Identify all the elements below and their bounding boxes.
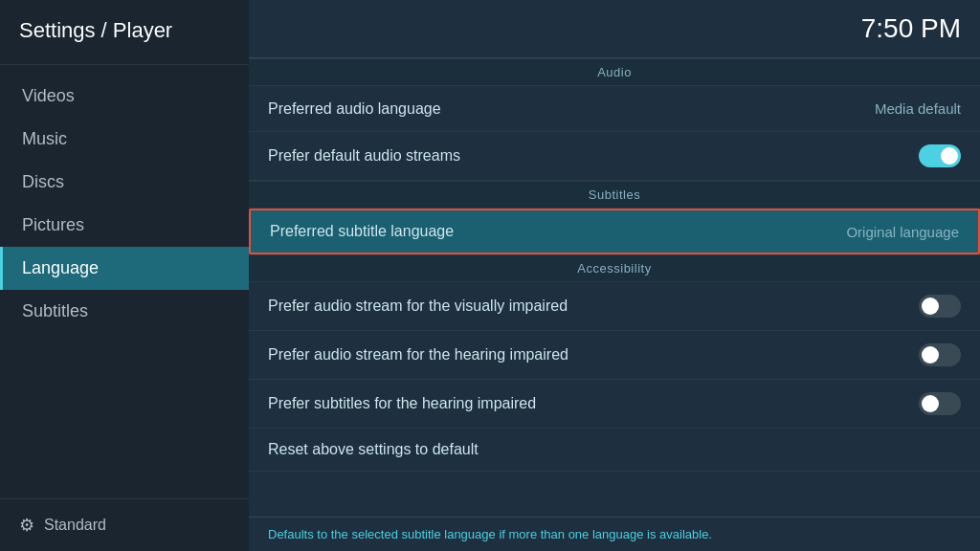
setting-row-prefer-subtitles-hearing-impaired[interactable]: Prefer subtitles for the hearing impaire… [249,380,980,429]
sidebar-item-discs[interactable]: Discs [0,161,249,204]
setting-row-preferred-subtitle-language[interactable]: Preferred subtitle language Original lan… [249,209,980,254]
standard-label: Standard [44,517,106,534]
sidebar-item-label: Discs [22,172,64,192]
sidebar-item-pictures[interactable]: Pictures [0,204,249,247]
prefer-default-audio-streams-label: Prefer default audio streams [268,147,460,165]
sidebar-item-subtitles[interactable]: Subtitles [0,290,249,333]
preferred-audio-language-value: Media default [875,100,961,117]
toggle-knob [922,395,939,412]
accessibility-section-header: Accessibility [249,254,980,282]
main-content: 7:50 PM Audio Preferred audio language M… [249,0,980,551]
setting-row-prefer-default-audio-streams[interactable]: Prefer default audio streams [249,132,980,181]
settings-list: Audio Preferred audio language Media def… [249,58,980,517]
sidebar-item-music[interactable]: Music [0,118,249,161]
prefer-default-audio-streams-toggle[interactable] [919,144,961,167]
reset-settings-label: Reset above settings to default [268,441,479,457]
sidebar-title: Settings / Player [19,17,230,45]
sidebar-item-label: Language [22,258,99,278]
prefer-subtitles-hearing-impaired-toggle[interactable] [919,392,961,415]
clock-display: 7:50 PM [861,13,961,44]
sidebar-item-videos[interactable]: Videos [0,75,249,118]
prefer-audio-stream-hearing-impaired-label: Prefer audio stream for the hearing impa… [268,346,568,364]
preferred-audio-language-label: Preferred audio language [268,100,441,118]
subtitles-section-header: Subtitles [249,181,980,209]
sidebar-header: Settings / Player [0,0,249,65]
sidebar-item-label: Music [22,129,67,149]
toggle-knob [922,346,939,364]
prefer-audio-stream-visually-impaired-label: Prefer audio stream for the visually imp… [268,298,568,315]
footer-hint: Defaults to the selected subtitle langua… [249,517,980,551]
sidebar-item-language[interactable]: Language [0,247,249,290]
toggle-knob [941,147,958,165]
main-header: 7:50 PM [249,0,980,58]
sidebar-item-label: Subtitles [22,301,88,321]
sidebar-nav: Videos Music Discs Pictures Language Sub… [0,65,249,498]
audio-section-header: Audio [249,58,980,86]
prefer-audio-stream-hearing-impaired-toggle[interactable] [919,343,961,366]
prefer-subtitles-hearing-impaired-label: Prefer subtitles for the hearing impaire… [268,395,536,412]
setting-row-preferred-audio-language[interactable]: Preferred audio language Media default [249,86,980,132]
setting-row-prefer-audio-stream-hearing-impaired[interactable]: Prefer audio stream for the hearing impa… [249,331,980,380]
app-container: Settings / Player Videos Music Discs Pic… [0,0,980,551]
preferred-subtitle-language-value: Original language [846,224,959,240]
sidebar-footer: ⚙ Standard [0,498,249,551]
sidebar: Settings / Player Videos Music Discs Pic… [0,0,249,551]
sidebar-item-label: Videos [22,86,75,106]
gear-icon: ⚙ [19,515,34,536]
reset-settings-row[interactable]: Reset above settings to default [249,429,980,472]
setting-row-prefer-audio-stream-visually-impaired[interactable]: Prefer audio stream for the visually imp… [249,282,980,331]
preferred-subtitle-language-label: Preferred subtitle language [270,223,454,240]
sidebar-item-label: Pictures [22,215,84,235]
toggle-knob [922,298,939,315]
prefer-audio-stream-visually-impaired-toggle[interactable] [919,295,961,318]
